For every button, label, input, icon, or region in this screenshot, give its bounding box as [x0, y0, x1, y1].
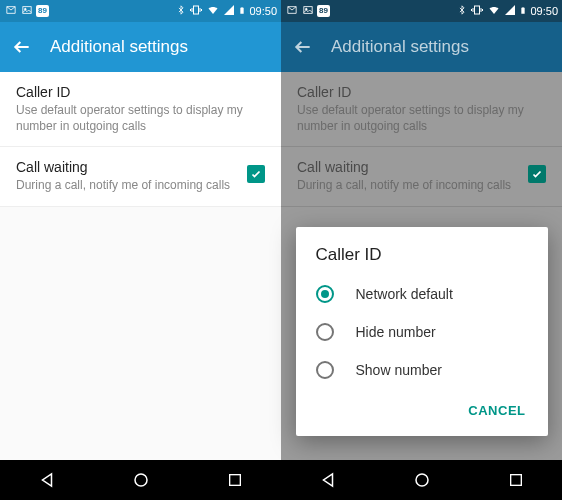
- setting-call-waiting: Call waiting During a call, notify me of…: [281, 147, 562, 206]
- wifi-icon: [206, 4, 220, 18]
- clock-text: 09:50: [249, 5, 277, 17]
- page-title: Additional settings: [50, 37, 188, 57]
- cancel-button[interactable]: CANCEL: [460, 397, 533, 424]
- phone-left: 89 09:50 Additional settings Caller ID: [0, 0, 281, 500]
- svg-rect-2: [194, 6, 199, 14]
- nav-bar: [0, 460, 281, 500]
- nav-recent[interactable]: [227, 472, 243, 488]
- mail-icon: [4, 5, 18, 17]
- settings-list: Caller ID Use default operator settings …: [0, 72, 281, 460]
- setting-subtitle: Use default operator settings to display…: [16, 102, 265, 134]
- setting-caller-id: Caller ID Use default operator settings …: [281, 72, 562, 147]
- battery-badge: 89: [36, 5, 49, 17]
- bluetooth-icon: [457, 3, 467, 19]
- option-network-default[interactable]: Network default: [296, 275, 548, 313]
- image-icon: [301, 5, 315, 17]
- battery-icon: [519, 4, 527, 19]
- nav-back[interactable]: [38, 471, 56, 489]
- status-bar: 89 09:50: [281, 0, 562, 22]
- image-icon: [20, 5, 34, 17]
- radio-icon: [316, 285, 334, 303]
- svg-point-8: [416, 474, 428, 486]
- caller-id-dialog: Caller ID Network default Hide number Sh…: [296, 227, 548, 436]
- setting-title: Caller ID: [297, 84, 546, 100]
- settings-list: Caller ID Use default operator settings …: [281, 72, 562, 460]
- phone-right: 89 09:50 Additional settings Caller ID: [281, 0, 562, 500]
- option-label: Hide number: [356, 324, 436, 340]
- radio-icon: [316, 361, 334, 379]
- svg-point-3: [135, 474, 147, 486]
- option-label: Show number: [356, 362, 442, 378]
- signal-icon: [223, 4, 235, 18]
- setting-title: Call waiting: [297, 159, 518, 175]
- call-waiting-checkbox[interactable]: [247, 165, 265, 183]
- svg-rect-9: [510, 475, 521, 486]
- back-button[interactable]: [293, 37, 313, 57]
- option-hide-number[interactable]: Hide number: [296, 313, 548, 351]
- back-button[interactable]: [12, 37, 32, 57]
- setting-subtitle: During a call, notify me of incoming cal…: [297, 177, 518, 193]
- option-show-number[interactable]: Show number: [296, 351, 548, 389]
- nav-recent[interactable]: [508, 472, 524, 488]
- battery-badge: 89: [317, 5, 330, 17]
- app-bar: Additional settings: [281, 22, 562, 72]
- vibrate-icon: [470, 4, 484, 18]
- setting-subtitle: Use default operator settings to display…: [297, 102, 546, 134]
- nav-home[interactable]: [413, 471, 431, 489]
- svg-rect-0: [23, 7, 31, 14]
- battery-icon: [238, 4, 246, 19]
- setting-call-waiting[interactable]: Call waiting During a call, notify me of…: [0, 147, 281, 206]
- bluetooth-icon: [176, 3, 186, 19]
- svg-rect-4: [229, 475, 240, 486]
- signal-icon: [504, 4, 516, 18]
- dialog-title: Caller ID: [296, 245, 548, 275]
- option-label: Network default: [356, 286, 453, 302]
- mail-icon: [285, 5, 299, 17]
- vibrate-icon: [189, 4, 203, 18]
- nav-home[interactable]: [132, 471, 150, 489]
- call-waiting-checkbox: [528, 165, 546, 183]
- setting-title: Caller ID: [16, 84, 265, 100]
- setting-title: Call waiting: [16, 159, 237, 175]
- setting-caller-id[interactable]: Caller ID Use default operator settings …: [0, 72, 281, 147]
- svg-rect-7: [475, 6, 480, 14]
- svg-rect-5: [304, 7, 312, 14]
- wifi-icon: [487, 4, 501, 18]
- page-title: Additional settings: [331, 37, 469, 57]
- clock-text: 09:50: [530, 5, 558, 17]
- app-bar: Additional settings: [0, 22, 281, 72]
- status-bar: 89 09:50: [0, 0, 281, 22]
- nav-bar: [281, 460, 562, 500]
- radio-icon: [316, 323, 334, 341]
- setting-subtitle: During a call, notify me of incoming cal…: [16, 177, 237, 193]
- nav-back[interactable]: [319, 471, 337, 489]
